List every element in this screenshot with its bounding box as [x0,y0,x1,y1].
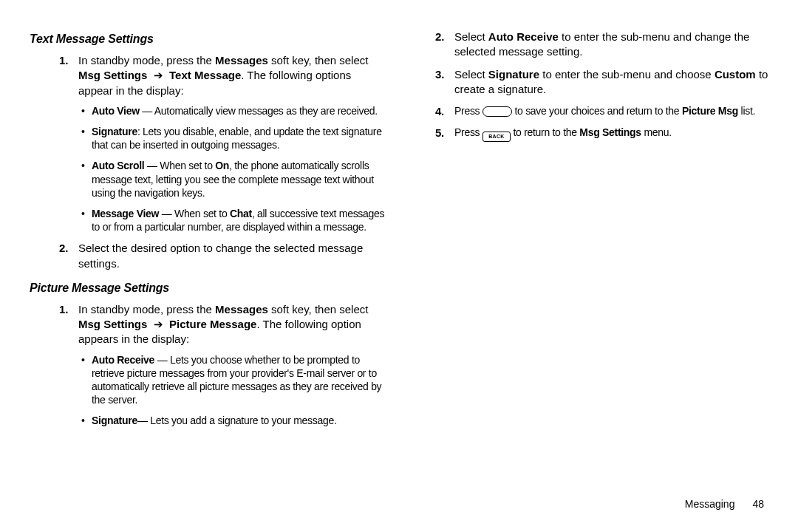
step-item: 4.Press to save your choices and return … [435,104,768,118]
bullet-list: Auto Receive — Lets you choose whether t… [78,353,388,428]
bullet-item: Auto View — Automatically view messages … [92,104,388,117]
step-number: 2. [59,241,69,256]
step-item: 1.In standby mode, press the Messages so… [59,53,388,233]
step-number: 4. [435,104,444,119]
left-column: Text Message Settings 1.In standby mode,… [30,30,388,498]
step-item: 5.Press BACK to return to the Msg Settin… [435,126,768,142]
bullet-item: Signature— Lets you add a signature to y… [92,414,388,427]
step-text: In standby mode, press the Messages soft… [78,303,368,346]
footer-section: Messaging [685,498,735,510]
step-item: 2.Select Auto Receive to enter the sub-m… [435,30,768,60]
step-number: 2. [435,30,445,44]
step-item: 3.Select Signature to enter the sub-menu… [435,67,768,98]
page-footer: Messaging48 [30,498,768,510]
step-text: In standby mode, press the Messages soft… [78,54,368,97]
back-key-icon: BACK [482,132,511,142]
bullet-item: Signature: Lets you disable, enable, and… [92,125,388,151]
step-text: Press to save your choices and return to… [454,105,755,117]
picture-msg-steps: 1.In standby mode, press the Messages so… [30,302,388,428]
footer-page-number: 48 [752,498,764,510]
bullet-list: Auto View — Automatically view messages … [78,104,388,234]
step-item: 1.In standby mode, press the Messages so… [59,302,388,428]
step-number: 1. [59,302,69,317]
bullet-item: Message View — When set to Chat, all suc… [92,207,388,233]
right-column: 2.Select Auto Receive to enter the sub-m… [410,30,768,498]
heading-text-message-settings: Text Message Settings [30,33,388,46]
step-item: 2.Select the desired option to change th… [59,241,388,271]
bullet-item: Auto Scroll — When set to On, the phone … [92,159,388,200]
manual-page: Text Message Settings 1.In standby mode,… [0,0,798,532]
heading-picture-message-settings: Picture Message Settings [30,282,388,295]
bullet-item: Auto Receive — Lets you choose whether t… [92,353,388,407]
step-text: Select Auto Receive to enter the sub-men… [454,30,749,58]
step-number: 5. [435,126,444,140]
text-msg-steps: 1.In standby mode, press the Messages so… [30,53,388,271]
step-text: Select Signature to enter the sub-menu a… [454,68,768,95]
step-number: 3. [435,67,445,82]
picture-msg-steps-cont: 2.Select Auto Receive to enter the sub-m… [410,30,768,142]
step-number: 1. [59,53,69,68]
step-text: Select the desired option to change the … [78,242,363,269]
ok-key-icon [482,106,512,117]
step-text: Press BACK to return to the Msg Settings… [454,126,672,138]
